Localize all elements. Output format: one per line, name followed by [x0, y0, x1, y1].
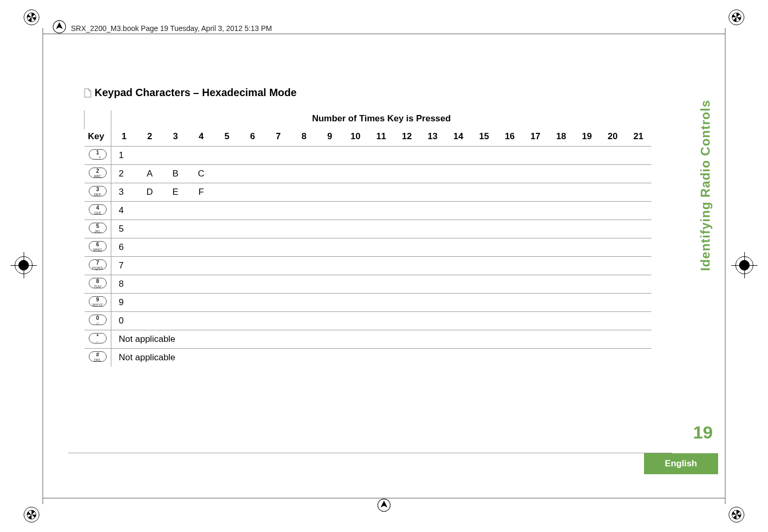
value-cell [420, 312, 445, 330]
value-cell: F [188, 183, 214, 202]
value-cell [394, 257, 420, 275]
value-cell [240, 147, 265, 165]
keycap-icon: 3DEF [89, 186, 107, 196]
value-cell [471, 165, 497, 183]
keycap-icon: 5JKL [89, 223, 107, 233]
value-cell [162, 257, 188, 275]
value-cell [394, 183, 420, 202]
value-cell [523, 294, 548, 312]
column-header: 13 [420, 129, 445, 147]
value-cell [368, 257, 394, 275]
value-cell: 7 [111, 257, 137, 275]
keycap-icon: 0◇ [89, 315, 107, 325]
value-cell [471, 202, 497, 220]
value-cell: C [188, 165, 214, 183]
value-cell [471, 275, 497, 294]
keycap-icon: 8TUV [89, 278, 107, 288]
value-cell [523, 257, 548, 275]
value-cell: A [137, 165, 163, 183]
table-row: 3DEF3DEF [85, 183, 652, 202]
table-row: 1. , ?1 [85, 147, 652, 165]
value-cell [162, 294, 188, 312]
value-cell [445, 147, 471, 165]
value-cell [265, 238, 291, 257]
value-cell: 2 [111, 165, 137, 183]
value-cell: 0 [111, 312, 137, 330]
value-cell [471, 257, 497, 275]
value-cell [523, 220, 548, 238]
value-cell [162, 202, 188, 220]
value-cell [445, 202, 471, 220]
value-cell [574, 312, 600, 330]
value-cell [626, 202, 651, 220]
value-cell [497, 294, 523, 312]
value-cell [240, 257, 265, 275]
value-cell [523, 202, 548, 220]
section-title-text: Keypad Characters – Hexadecimal Mode [95, 87, 297, 99]
value-cell: 9 [111, 294, 137, 312]
column-header: 3 [162, 129, 188, 147]
value-cell [137, 202, 163, 220]
table-overhead: Number of Times Key is Pressed [111, 110, 651, 129]
value-cell [162, 220, 188, 238]
value-cell [265, 275, 291, 294]
value-cell [574, 202, 600, 220]
value-cell [265, 312, 291, 330]
value-cell [626, 238, 651, 257]
value-cell [394, 147, 420, 165]
value-cell [394, 312, 420, 330]
value-cell [574, 183, 600, 202]
value-cell [497, 238, 523, 257]
value-cell [445, 165, 471, 183]
value-cell [600, 147, 626, 165]
value-cell [240, 312, 265, 330]
register-mark-icon [729, 507, 744, 523]
value-cell [214, 312, 240, 330]
value-cell [188, 275, 214, 294]
value-cell [523, 165, 548, 183]
value-cell [626, 165, 651, 183]
value-cell [214, 202, 240, 220]
not-applicable-cell: Not applicable [111, 349, 651, 367]
key-cell: 9WXYZ [85, 294, 111, 312]
value-cell [291, 165, 317, 183]
register-mark-icon [24, 9, 39, 25]
value-cell [420, 275, 445, 294]
key-cell: 8TUV [85, 275, 111, 294]
table-row: 4GHI4 [85, 202, 652, 220]
value-cell [265, 294, 291, 312]
value-cell [420, 257, 445, 275]
value-cell [162, 312, 188, 330]
footer-divider [68, 453, 672, 453]
value-cell [600, 294, 626, 312]
value-cell [394, 238, 420, 257]
value-cell [626, 183, 651, 202]
value-cell [497, 165, 523, 183]
page-number: 19 [693, 422, 713, 443]
value-cell [214, 183, 240, 202]
value-cell [317, 220, 343, 238]
value-cell [343, 147, 368, 165]
language-label: English [644, 453, 718, 474]
value-cell [523, 275, 548, 294]
value-cell [137, 275, 163, 294]
value-cell [265, 183, 291, 202]
value-cell [240, 294, 265, 312]
key-cell: #DEL [85, 349, 111, 367]
value-cell [574, 147, 600, 165]
value-cell [574, 294, 600, 312]
value-cell [368, 220, 394, 238]
value-cell [162, 275, 188, 294]
register-mark-icon [729, 9, 744, 25]
value-cell [445, 220, 471, 238]
column-header: 16 [497, 129, 523, 147]
value-cell [600, 165, 626, 183]
collation-arrow-icon [53, 20, 66, 34]
value-cell [240, 275, 265, 294]
value-cell [368, 202, 394, 220]
table-row: 0◇0 [85, 312, 652, 330]
value-cell [291, 238, 317, 257]
key-cell: 6MNO [85, 238, 111, 257]
value-cell [214, 147, 240, 165]
value-cell [497, 275, 523, 294]
